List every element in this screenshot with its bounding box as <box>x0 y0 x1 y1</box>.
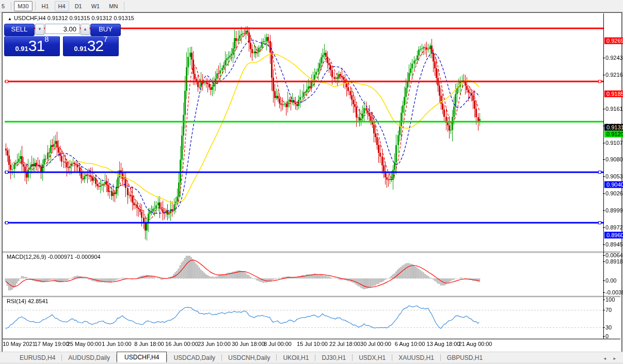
macd-axis-label: -0.00391 <box>605 289 623 295</box>
chart-tabs-bar: EURUSD,H4AUDUSD,DailyUSDCHF,H4USDCAD,Dai… <box>0 352 623 363</box>
chart-window: ▲USDCHF,H4 0.91312 0.91315 0.91312 0.913… <box>2 12 622 352</box>
toolbar-separator <box>124 2 124 10</box>
axis-tick-mark <box>603 336 605 337</box>
tab-scroll-arrows[interactable]: ◂ ▸ <box>603 356 623 361</box>
time-axis-label: 30 Jul 00:00 <box>360 341 391 347</box>
sell-price-sup: 8 <box>44 35 49 43</box>
axis-tick-mark <box>603 327 605 328</box>
axis-tick-mark <box>603 227 605 228</box>
rsi-label: RSI(14) 42.8541 <box>7 298 49 304</box>
tab-eurusdh4[interactable]: EURUSD,H4 <box>13 353 61 363</box>
rsi-axis-label: 70 <box>605 307 612 313</box>
axis-tick-mark <box>603 75 605 75</box>
rsi-axis-label: 0 <box>605 333 609 339</box>
timeframe-button-mn[interactable]: MN <box>105 1 121 11</box>
tab-usdxh1[interactable]: USDX,H1 <box>353 353 392 363</box>
timeframe-button-d1[interactable]: D1 <box>71 1 86 11</box>
axis-tick-mark <box>603 244 605 245</box>
axis-tick-mark <box>603 255 605 256</box>
axis-tick-mark <box>603 261 605 262</box>
toolbar-separator <box>35 2 36 10</box>
time-axis-label: 16 Jun 00:00 <box>165 341 198 347</box>
macd-axis-label: 0.00647 <box>605 252 623 258</box>
collapse-triangle-icon[interactable]: ▲ <box>8 16 12 21</box>
time-axis-label: 17 May 19:00 <box>35 341 69 347</box>
price-axis-tick: 0.92160 <box>605 72 623 78</box>
price-marker-0.89602: 0.89602 <box>604 231 623 238</box>
buy-price-sup: 7 <box>103 35 107 43</box>
sell-price-big: 31 <box>28 37 44 54</box>
time-axis-label: 8 Jun 18:00 <box>134 341 164 347</box>
axis-tick-mark <box>603 300 605 300</box>
rsi-indicator-canvas[interactable] <box>5 297 603 339</box>
price-axis-tick: 0.91075 <box>605 140 623 146</box>
macd-axis-label: 0.00 <box>605 277 616 284</box>
axis-tick-mark <box>603 310 605 310</box>
volume-input[interactable] <box>45 24 80 34</box>
sell-price-prefix: 0.91 <box>15 45 28 53</box>
time-axis-label: 15 Jul 10:00 <box>297 341 328 347</box>
one-click-trading-widget: SELL ▼ ▲ BUY 0.91318 0.91327 <box>4 24 121 56</box>
tab-usdcaddaily[interactable]: USDCAD,Daily <box>167 353 221 363</box>
price-marker-0.91855: 0.91855 <box>604 90 623 97</box>
rsi-axis-label: 30 <box>605 324 612 330</box>
price-marker-0.92699: 0.92699 <box>604 38 623 44</box>
price-marker-0.91315: 0.91315 <box>604 124 623 131</box>
price-marker-0.91208: 0.91208 <box>604 131 623 138</box>
tab-usdchfh4[interactable]: USDCHF,H4 <box>117 352 167 363</box>
time-axis-label: 1 Jun 10:00 <box>102 341 132 347</box>
axis-tick-mark <box>603 143 605 143</box>
time-axis-label: 13 Aug 18:00 <box>427 341 460 347</box>
timeframe-button-w1[interactable]: W1 <box>88 1 104 11</box>
price-axis-tick: 0.89180 <box>605 258 623 264</box>
axis-tick-mark <box>603 292 605 293</box>
chart-title-text: USDCHF,H4 0.91312 0.91315 0.91312 0.9131… <box>14 15 134 21</box>
timeframe-button-m30[interactable]: M30 <box>14 1 32 11</box>
rsi-axis-label: 100 <box>605 296 615 303</box>
tab-dj30h1[interactable]: DJ30,H1 <box>315 353 352 363</box>
tab-usdcnhdaily[interactable]: USDCNH,Daily <box>222 353 276 363</box>
price-axis-tick: 0.91615 <box>605 106 623 112</box>
price-axis-tick: 0.89990 <box>605 207 623 213</box>
price-axis-tick: 0.89720 <box>605 224 623 230</box>
axis-tick-mark <box>603 58 605 58</box>
toolbar-separator <box>11 2 11 10</box>
price-axis-tick: 0.90805 <box>605 156 623 162</box>
time-axis-label: 25 May 00:00 <box>67 341 102 347</box>
tab-ukoilh1[interactable]: UKOil,H1 <box>277 353 315 363</box>
axis-tick-mark <box>603 176 605 177</box>
buy-price-big: 32 <box>87 37 103 54</box>
volume-decrease-button[interactable]: ▼ <box>35 24 44 35</box>
timeframe-toolbar: 5M30H1H4D1W1MN <box>0 0 623 12</box>
volume-increase-button[interactable]: ▲ <box>81 24 90 35</box>
tab-audusddaily[interactable]: AUDUSD,Daily <box>62 353 116 363</box>
macd-label: MACD(12,26,9) -0.000971 -0.000904 <box>7 254 101 260</box>
price-axis-tick: 0.90265 <box>605 190 623 196</box>
tab-xauusdh1[interactable]: XAUUSD,H1 <box>392 353 440 363</box>
price-axis-tick: 0.89450 <box>605 241 623 247</box>
timeframe-button-h1[interactable]: H1 <box>38 1 53 11</box>
timeframe-button-5[interactable]: 5 <box>0 1 8 11</box>
price-axis-tick: 0.92430 <box>605 55 623 61</box>
axis-tick-mark <box>603 109 605 109</box>
axis-tick-mark <box>603 210 605 211</box>
time-axis-label: 30 Jun 18:00 <box>232 341 265 347</box>
price-axis-tick: 0.90535 <box>605 173 623 179</box>
axis-tick-mark <box>603 159 605 160</box>
time-axis-label: 8 Jul 00:00 <box>264 341 292 347</box>
mt4-window: 5M30H1H4D1W1MN ▲USDCHF,H4 0.91312 0.9131… <box>0 0 623 364</box>
time-axis-border <box>3 339 620 339</box>
axis-tick-mark <box>603 193 605 194</box>
buy-price-prefix: 0.91 <box>74 45 87 53</box>
buy-price-panel[interactable]: 0.91327 <box>63 36 119 56</box>
time-axis-label: 10 May 2021 <box>3 341 36 347</box>
tab-gbpusdh1[interactable]: GBPUSD,H1 <box>441 353 489 363</box>
time-axis-label: 23 Jun 10:00 <box>198 341 231 347</box>
chart-title: ▲USDCHF,H4 0.91312 0.91315 0.91312 0.913… <box>8 15 134 21</box>
time-axis-label: 6 Aug 10:00 <box>395 341 425 347</box>
axis-tick-mark <box>603 280 605 281</box>
timeframe-button-h4[interactable]: H4 <box>55 1 69 11</box>
sell-price-panel[interactable]: 0.91318 <box>4 36 60 56</box>
time-axis-label: 22 Jul 18:00 <box>329 341 360 347</box>
time-axis-label: 21 Aug 00:00 <box>459 341 492 347</box>
